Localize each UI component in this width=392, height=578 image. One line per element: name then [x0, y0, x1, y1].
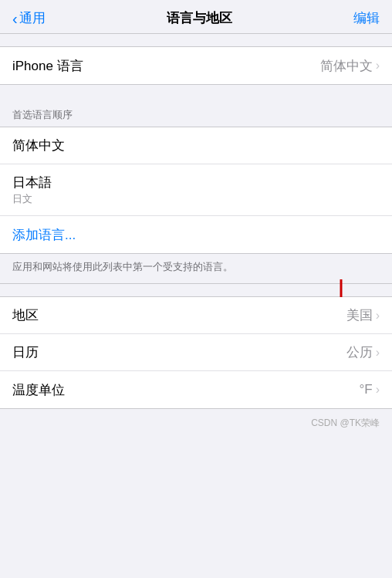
language-title-simplified-chinese: 简体中文: [12, 137, 65, 154]
temperature-value-group: °F ›: [359, 382, 380, 397]
iphone-language-item[interactable]: iPhone 语言 简体中文 ›: [0, 47, 392, 84]
edit-button[interactable]: 编辑: [353, 9, 380, 27]
calendar-item[interactable]: 日历 公历 ›: [0, 334, 392, 371]
region-group: 地区 美国 › 日历 公历 › 温度单位 °F ›: [0, 296, 392, 409]
calendar-value: 公历: [346, 343, 373, 361]
add-language-label: 添加语言...: [12, 226, 76, 244]
watermark: CSDN @TK荣峰: [0, 409, 392, 438]
add-language-item[interactable]: 添加语言...: [0, 216, 392, 253]
region-label: 地区: [12, 306, 39, 324]
info-text: 应用和网站将使用此列表中第一个受支持的语言。: [12, 261, 233, 272]
back-chevron-icon: ‹: [12, 11, 18, 26]
preferred-languages-group: 简体中文 日本語 日文 添加语言...: [0, 127, 392, 254]
calendar-chevron-icon: ›: [376, 346, 380, 360]
language-subtitle-japanese: 日文: [12, 192, 52, 206]
language-item-japanese-left: 日本語 日文: [12, 174, 52, 206]
language-title-japanese: 日本語: [12, 174, 52, 191]
language-item-japanese[interactable]: 日本語 日文: [0, 164, 392, 216]
spacer-1: [0, 85, 392, 97]
back-button[interactable]: ‹ 通用: [12, 9, 46, 27]
preferred-languages-header: 首选语言顺序: [0, 97, 392, 127]
back-label: 通用: [19, 9, 46, 27]
calendar-value-group: 公历 ›: [346, 343, 380, 361]
temperature-value: °F: [359, 382, 372, 397]
iphone-language-value: 简体中文: [320, 57, 373, 75]
temperature-chevron-icon: ›: [376, 383, 380, 397]
temperature-item[interactable]: 温度单位 °F ›: [0, 371, 392, 408]
region-chevron-icon: ›: [376, 309, 380, 323]
region-value: 美国: [346, 306, 373, 324]
spacer-top: [0, 34, 392, 46]
iphone-language-value-group: 简体中文 ›: [320, 57, 380, 75]
region-value-group: 美国 ›: [346, 306, 380, 324]
language-item-simplified-chinese[interactable]: 简体中文: [0, 127, 392, 164]
page-title: 语言与地区: [167, 9, 232, 27]
temperature-label: 温度单位: [12, 381, 65, 399]
navigation-bar: ‹ 通用 语言与地区 编辑: [0, 0, 392, 34]
region-item[interactable]: 地区 美国 ›: [0, 297, 392, 334]
chevron-right-icon: ›: [376, 59, 380, 73]
iphone-language-group: iPhone 语言 简体中文 ›: [0, 46, 392, 85]
language-item-left: 简体中文: [12, 137, 65, 154]
calendar-label: 日历: [12, 343, 39, 361]
iphone-language-label: iPhone 语言: [12, 57, 83, 75]
watermark-text: CSDN @TK荣峰: [311, 417, 380, 428]
